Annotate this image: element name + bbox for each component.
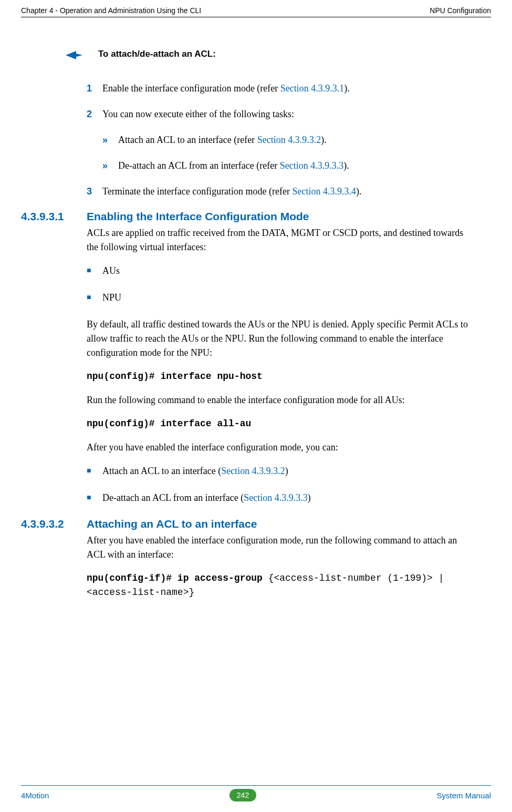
step-3: 3 Terminate the interface configuration … bbox=[87, 184, 470, 199]
procedure-callout: To attach/de-attach an ACL: bbox=[66, 49, 491, 60]
section-title: Attaching an ACL to an interface bbox=[87, 518, 257, 530]
svg-marker-0 bbox=[66, 51, 82, 59]
step-text: You can now execute either of the follow… bbox=[102, 107, 294, 121]
footer-right: System Manual bbox=[437, 791, 491, 800]
step-1: 1 Enable the interface configuration mod… bbox=[87, 81, 470, 96]
step-text: Enable the interface configuration mode … bbox=[102, 81, 350, 96]
section-title: Enabling the Interface Configuration Mod… bbox=[87, 210, 309, 223]
paragraph: By default, all traffic destined towards… bbox=[87, 317, 470, 360]
section-link[interactable]: Section 4.3.9.3.3 bbox=[280, 160, 344, 171]
list-item: ■ Attach an ACL to an interface (Section… bbox=[87, 464, 470, 478]
code-block: npu(config-if)# ip access-group {<access… bbox=[87, 571, 470, 600]
square-bullet-icon: ■ bbox=[87, 491, 102, 505]
section-link[interactable]: Section 4.3.9.3.1 bbox=[280, 83, 344, 94]
page-footer: 4Motion 242 System Manual bbox=[21, 785, 491, 801]
list-item-text: NPU bbox=[102, 291, 121, 305]
section-link[interactable]: Section 4.3.9.3.4 bbox=[292, 186, 357, 197]
list-item: ■ De-attach an ACL from an interface (Se… bbox=[87, 491, 470, 505]
list-item-text: AUs bbox=[102, 264, 120, 278]
step-number: 2 bbox=[87, 107, 102, 121]
section-link[interactable]: Section 4.3.9.3.2 bbox=[257, 135, 321, 145]
paragraph: After you have enabled the interface con… bbox=[87, 440, 470, 455]
substep-2a: » Attach an ACL to an interface (refer S… bbox=[102, 133, 470, 147]
section-heading-2: 4.3.9.3.2 Attaching an ACL to an interfa… bbox=[87, 518, 470, 530]
list-item: ■ NPU bbox=[87, 291, 470, 305]
page-number-badge: 242 bbox=[229, 789, 256, 801]
substep-text: De-attach an ACL from an interface (refe… bbox=[118, 159, 349, 173]
paragraph: Run the following command to enable the … bbox=[87, 393, 470, 407]
list-item: ■ AUs bbox=[87, 264, 470, 278]
list-item-text: De-attach an ACL from an interface (Sect… bbox=[102, 491, 311, 505]
paragraph: After you have enabled the interface con… bbox=[87, 533, 470, 562]
square-bullet-icon: ■ bbox=[87, 264, 102, 278]
chevron-icon: » bbox=[102, 133, 118, 147]
substep-text: Attach an ACL to an interface (refer Sec… bbox=[118, 133, 327, 147]
chevron-icon: » bbox=[102, 159, 118, 173]
step-text: Terminate the interface configuration mo… bbox=[102, 184, 362, 199]
square-bullet-icon: ■ bbox=[87, 464, 102, 478]
arrow-right-icon bbox=[66, 50, 82, 60]
step-number: 1 bbox=[87, 81, 102, 96]
header-right: NPU Configuration bbox=[430, 6, 491, 15]
substep-2b: » De-attach an ACL from an interface (re… bbox=[102, 159, 470, 173]
section-number: 4.3.9.3.2 bbox=[21, 518, 87, 530]
paragraph: ACLs are applied on traffic received fro… bbox=[87, 226, 470, 254]
main-content: 1 Enable the interface configuration mod… bbox=[87, 81, 470, 600]
section-link[interactable]: Section 4.3.9.3.2 bbox=[221, 466, 285, 476]
page-header: Chapter 4 - Operation and Administration… bbox=[21, 6, 491, 17]
section-link[interactable]: Section 4.3.9.3.3 bbox=[244, 492, 308, 503]
callout-text: To attach/de-attach an ACL: bbox=[98, 49, 216, 59]
section-heading-1: 4.3.9.3.1 Enabling the Interface Configu… bbox=[87, 210, 470, 223]
step-2: 2 You can now execute either of the foll… bbox=[87, 107, 470, 121]
section-number: 4.3.9.3.1 bbox=[21, 210, 87, 223]
code-block: npu(config)# interface npu-host bbox=[87, 369, 470, 384]
code-block: npu(config)# interface all-au bbox=[87, 417, 470, 431]
list-item-text: Attach an ACL to an interface (Section 4… bbox=[102, 464, 288, 478]
step-number: 3 bbox=[87, 184, 102, 199]
header-left: Chapter 4 - Operation and Administration… bbox=[21, 6, 201, 15]
footer-left: 4Motion bbox=[21, 791, 49, 800]
square-bullet-icon: ■ bbox=[87, 291, 102, 305]
